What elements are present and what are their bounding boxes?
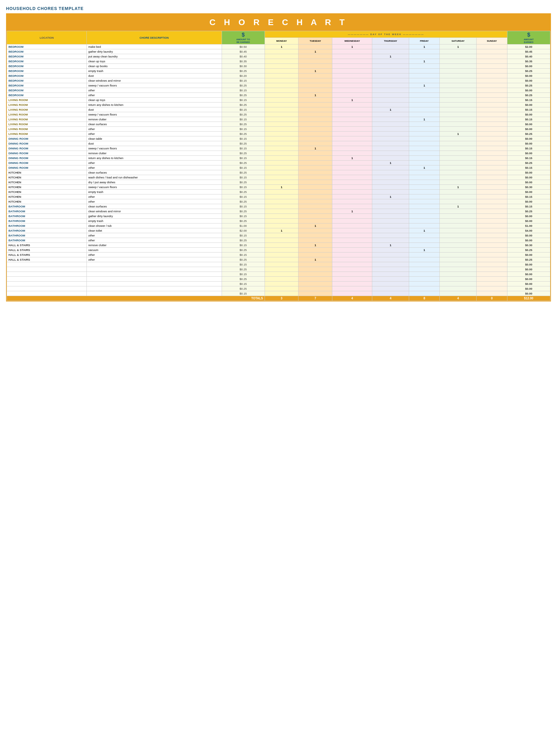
chore-cell: gather dirty laundry xyxy=(86,49,222,54)
day-sat-cell xyxy=(440,272,476,277)
day-fri-cell: 1 xyxy=(409,117,440,122)
day-thu-cell: 1 xyxy=(372,54,409,59)
location-cell xyxy=(7,272,87,277)
day-tue-cell xyxy=(298,151,332,156)
day-fri-cell xyxy=(409,161,440,166)
day-sat-cell xyxy=(440,74,476,78)
amount-cell: $0.25 xyxy=(222,93,265,98)
day-fri-cell xyxy=(409,190,440,195)
chore-cell: return any dishes to kitchen xyxy=(86,156,222,161)
amount-cell: $0.25 xyxy=(222,103,265,107)
day-sun-cell xyxy=(476,45,507,49)
location-cell xyxy=(7,267,87,272)
chore-cell xyxy=(86,282,222,286)
day-sun-cell xyxy=(476,156,507,161)
location-cell: LIVING ROOM xyxy=(7,103,87,107)
day-tue-cell: 1 xyxy=(298,243,332,248)
day-sat-cell xyxy=(440,161,476,166)
day-thu-cell xyxy=(372,103,409,107)
day-sun-cell xyxy=(476,190,507,195)
amount-cell: $0.15 xyxy=(222,107,265,112)
amount-cell: $0.15 xyxy=(222,272,265,277)
location-cell: BEDROOM xyxy=(7,45,87,49)
day-fri-cell xyxy=(409,204,440,209)
day-thu-cell xyxy=(372,127,409,132)
day-mon-cell xyxy=(265,190,298,195)
day-wed-cell xyxy=(332,291,372,296)
amount-cell: $0.25 xyxy=(222,141,265,146)
day-sun-cell xyxy=(476,180,507,185)
earned-cell: $0.25 xyxy=(507,257,550,262)
earned-cell: $0.00 xyxy=(507,199,550,204)
amount-cell: $0.25 xyxy=(222,199,265,204)
day-wed-cell xyxy=(332,233,372,238)
day-sat-cell xyxy=(440,233,476,238)
day-sun-cell xyxy=(476,74,507,78)
chore-cell: gather dirty laundry xyxy=(86,214,222,219)
day-sat-cell xyxy=(440,112,476,117)
day-wed-cell xyxy=(332,195,372,199)
day-thu-cell xyxy=(372,146,409,151)
amount-cell: $0.25 xyxy=(222,69,265,74)
day-sun-cell xyxy=(476,233,507,238)
day-tue-cell xyxy=(298,195,332,199)
amount-cell: $0.15 xyxy=(222,127,265,132)
table-row: BATHROOMgather dirty laundry$0.15$0.00 xyxy=(7,214,550,219)
earned-cell: $0.00 xyxy=(507,286,550,291)
mon-header: MONDAY xyxy=(265,38,298,45)
day-sat-cell xyxy=(440,219,476,224)
day-wed-cell xyxy=(332,136,372,141)
day-thu-cell: 1 xyxy=(372,161,409,166)
day-sat-cell xyxy=(440,93,476,98)
day-tue-cell xyxy=(298,117,332,122)
totals-label: TOTALS xyxy=(7,296,265,301)
day-thu-cell xyxy=(372,49,409,54)
day-sun-cell xyxy=(476,54,507,59)
chore-table: LOCATION CHORE DESCRIPTION $ AMOUNT TOBE… xyxy=(7,31,550,301)
amount-cell: $0.15 xyxy=(222,243,265,248)
location-cell xyxy=(7,291,87,296)
day-fri-cell xyxy=(409,49,440,54)
earned-cell: $0.25 xyxy=(507,161,550,166)
day-mon-cell xyxy=(265,117,298,122)
day-wed-cell xyxy=(332,272,372,277)
earned-cell: $0.00 xyxy=(507,175,550,180)
chore-cell: sweep / vacuum floors xyxy=(86,146,222,151)
earned-cell: $0.25 xyxy=(507,209,550,214)
sun-header: SUNDAY xyxy=(476,38,507,45)
day-tue-cell xyxy=(298,282,332,286)
day-sat-cell xyxy=(440,195,476,199)
day-tue-cell: 1 xyxy=(298,49,332,54)
amount-cell: $0.25 xyxy=(222,122,265,127)
day-wed-cell xyxy=(332,161,372,166)
earned-cell: $0.15 xyxy=(507,107,550,112)
table-row: BEDROOMother$0.251$0.25 xyxy=(7,93,550,98)
earned-cell: $0.25 xyxy=(507,83,550,88)
header-row-1: LOCATION CHORE DESCRIPTION $ AMOUNT TOBE… xyxy=(7,31,550,38)
day-thu-cell xyxy=(372,199,409,204)
chore-cell: dry / put away dishes xyxy=(86,180,222,185)
day-mon-cell xyxy=(265,175,298,180)
day-fri-cell: 1 xyxy=(409,228,440,233)
day-fri-cell xyxy=(409,185,440,190)
chore-cell: other xyxy=(86,238,222,243)
day-tue-cell xyxy=(298,238,332,243)
day-mon-cell xyxy=(265,286,298,291)
day-mon-cell xyxy=(265,74,298,78)
day-fri-cell xyxy=(409,214,440,219)
totals-fri: 8 xyxy=(409,296,440,301)
location-cell: LIVING ROOM xyxy=(7,122,87,127)
day-sat-cell xyxy=(440,136,476,141)
day-mon-cell xyxy=(265,170,298,175)
earned-cell: $0.00 xyxy=(507,112,550,117)
amount-cell: $0.15 xyxy=(222,146,265,151)
day-sat-cell xyxy=(440,166,476,170)
day-tue-cell xyxy=(298,166,332,170)
day-wed-cell xyxy=(332,69,372,74)
location-cell: DINING ROOM xyxy=(7,141,87,146)
day-wed-cell xyxy=(332,88,372,93)
day-fri-cell xyxy=(409,291,440,296)
table-row: $0.15$0.00 xyxy=(7,272,550,277)
amount-cell: $0.30 xyxy=(222,64,265,69)
day-tue-cell xyxy=(298,262,332,267)
